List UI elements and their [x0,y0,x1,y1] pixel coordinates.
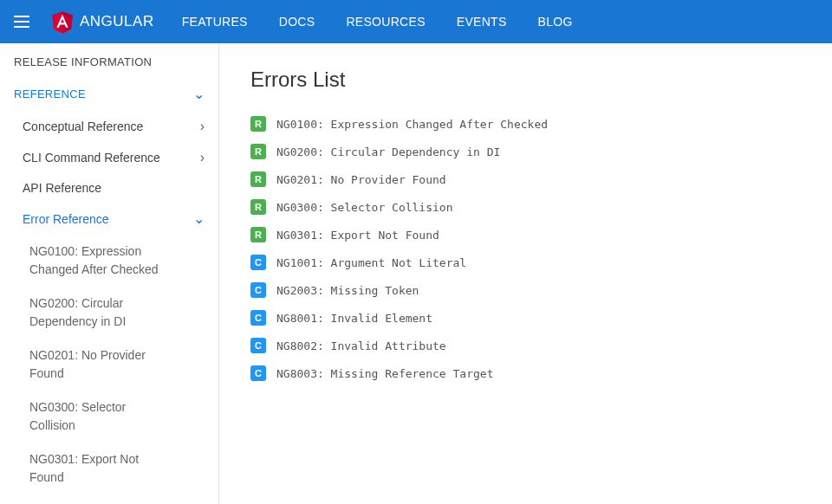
error-row[interactable]: R NG0300: Selector Collision [250,199,801,215]
chevron-right-icon: › [200,119,205,134]
error-text: NG0100: Expression Changed After Checked [276,118,548,131]
sidebar-group-label: REFERENCE [14,87,86,100]
error-text: NG0200: Circular Dependency in DI [276,145,500,158]
sidebar-item-cli[interactable]: CLI Command Reference › [0,142,218,173]
chevron-down-icon: ⌄ [193,86,205,102]
error-text: NG8002: Invalid Attribute [276,339,446,352]
compiler-badge-icon: C [250,255,266,270]
error-row[interactable]: R NG0100: Expression Changed After Check… [250,116,801,132]
error-text: NG0300: Selector Collision [276,201,453,214]
nav-features[interactable]: FEATURES [182,15,248,29]
chevron-right-icon: › [200,150,205,165]
error-text: NG0201: No Provider Found [276,173,446,186]
sidebar-item-label: CLI Command Reference [23,151,160,165]
error-row[interactable]: C NG8003: Missing Reference Target [250,365,801,381]
top-nav: FEATURES DOCS RESOURCES EVENTS BLOG [182,15,573,29]
sidebar-item-error-ref[interactable]: Error Reference ⌄ [0,203,218,235]
main-content: Errors List R NG0100: Expression Changed… [219,43,832,504]
sidebar-item-label: API Reference [23,181,101,195]
nav-docs[interactable]: DOCS [279,15,315,29]
sidebar-subitem[interactable]: NG0200: Circular Dependency in DI [0,287,182,339]
sidebar-item-label: Error Reference [23,212,109,226]
chevron-down-icon: ⌄ [193,210,205,227]
runtime-badge-icon: R [250,116,266,132]
error-text: NG2003: Missing Token [276,284,419,297]
compiler-badge-icon: C [250,310,266,326]
sidebar-subitem[interactable]: NG0201: No Provider Found [0,339,182,391]
compiler-badge-icon: C [250,282,266,298]
page-title: Errors List [250,68,801,92]
sidebar-subitem[interactable]: NG0301: Export Not Found [0,443,182,494]
brand-text: ANGULAR [80,13,154,30]
sidebar-subitem[interactable]: NG1001: Argument Not Literal [0,494,182,504]
sidebar-item-conceptual[interactable]: Conceptual Reference › [0,111,218,142]
sidebar-item-label: Conceptual Reference [23,120,143,133]
error-text: NG1001: Argument Not Literal [276,256,466,269]
error-row[interactable]: R NG0200: Circular Dependency in DI [250,144,801,159]
runtime-badge-icon: R [250,199,266,215]
error-row[interactable]: C NG2003: Missing Token [250,282,801,298]
error-list: R NG0100: Expression Changed After Check… [250,116,801,381]
error-text: NG8003: Missing Reference Target [276,367,493,380]
compiler-badge-icon: C [250,365,266,381]
sidebar: RELEASE INFORMATION REFERENCE ⌄ Conceptu… [0,43,219,504]
error-row[interactable]: C NG1001: Argument Not Literal [250,255,801,270]
sidebar-section-release[interactable]: RELEASE INFORMATION [0,47,218,77]
error-row[interactable]: R NG0201: No Provider Found [250,171,801,187]
header: ANGULAR FEATURES DOCS RESOURCES EVENTS B… [0,0,832,43]
runtime-badge-icon: R [250,227,266,242]
nav-events[interactable]: EVENTS [457,15,507,29]
sidebar-group-reference[interactable]: REFERENCE ⌄ [0,77,218,111]
logo[interactable]: ANGULAR [50,10,154,34]
nav-blog[interactable]: BLOG [538,15,573,29]
compiler-badge-icon: C [250,338,266,353]
error-row[interactable]: C NG8001: Invalid Element [250,310,801,326]
angular-shield-icon [50,10,75,34]
runtime-badge-icon: R [250,144,266,159]
nav-resources[interactable]: RESOURCES [346,15,425,29]
layout: RELEASE INFORMATION REFERENCE ⌄ Conceptu… [0,43,832,504]
error-text: NG8001: Invalid Element [276,312,432,325]
hamburger-icon[interactable] [14,11,35,32]
runtime-badge-icon: R [250,171,266,187]
sidebar-subitem[interactable]: NG0300: Selector Collision [0,391,182,443]
error-text: NG0301: Export Not Found [276,229,439,242]
sidebar-item-api[interactable]: API Reference [0,173,218,203]
error-row[interactable]: R NG0301: Export Not Found [250,227,801,242]
error-row[interactable]: C NG8002: Invalid Attribute [250,338,801,353]
sidebar-subitem[interactable]: NG0100: Expression Changed After Checked [0,235,182,287]
